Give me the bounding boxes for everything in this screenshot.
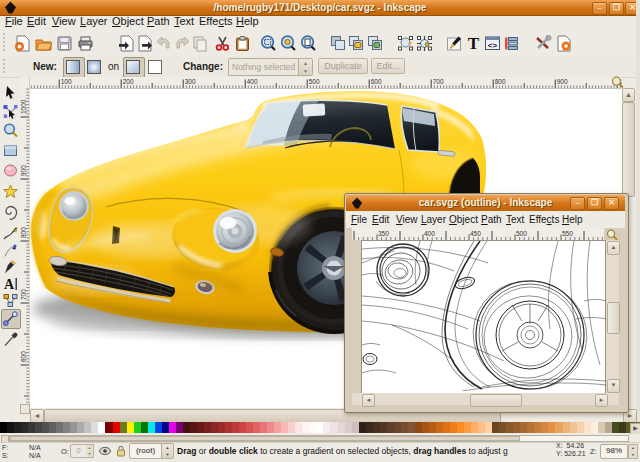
svg-text:500: 500 (309, 78, 320, 85)
svg-text:350: 350 (378, 230, 389, 237)
svg-text:500: 500 (516, 230, 527, 237)
svg-text:<>: <> (488, 41, 498, 50)
svg-text:600: 600 (20, 351, 27, 362)
svg-text:200: 200 (123, 78, 134, 85)
svg-text:700: 700 (433, 78, 444, 85)
svg-text:450: 450 (470, 230, 481, 237)
svg-text:T: T (468, 35, 480, 52)
svg-text:700: 700 (20, 289, 27, 300)
svg-text:100: 100 (61, 78, 72, 85)
svg-text:400: 400 (424, 230, 435, 237)
svg-text:900: 900 (20, 165, 27, 176)
svg-text:900: 900 (557, 78, 568, 85)
svg-text:400: 400 (247, 78, 258, 85)
svg-text:550: 550 (562, 230, 573, 237)
svg-text:600: 600 (371, 78, 382, 85)
svg-text:A: A (4, 277, 15, 291)
svg-text:800: 800 (495, 78, 506, 85)
svg-text:800: 800 (20, 227, 27, 238)
svg-text:300: 300 (185, 78, 196, 85)
svg-text:1000: 1000 (20, 99, 27, 114)
